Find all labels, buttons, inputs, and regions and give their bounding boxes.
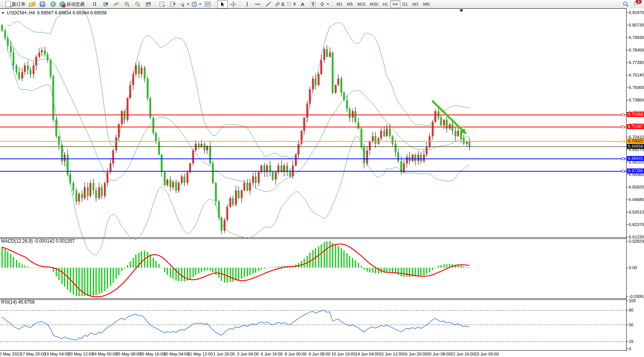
timeframe-w1[interactable]: W1	[410, 0, 421, 8]
cursor-icon	[220, 2, 225, 7]
price-tick: 6.73860	[629, 98, 644, 102]
fibonacci-icon	[287, 2, 292, 7]
tile-windows-icon	[146, 2, 151, 6]
auto-scroll-icon	[159, 2, 165, 7]
price-tick: 6.65820	[629, 185, 644, 189]
bar-chart-icon	[92, 2, 98, 7]
mt4-window: 新订单 自动交易	[0, 0, 644, 357]
hline-price-label[interactable]: 6.70022	[627, 139, 644, 143]
macd-tick: -0.030537	[629, 294, 644, 299]
auto-trading-button[interactable]: 自动交易	[58, 0, 86, 8]
toolbar-grip[interactable]	[332, 1, 333, 7]
timeframe-m5[interactable]: M5	[345, 0, 355, 8]
auto-scroll-button[interactable]	[157, 0, 168, 8]
text-button[interactable]: A	[297, 0, 308, 8]
terminal-button[interactable]	[37, 0, 48, 8]
hline-price-label[interactable]: 6.67285	[627, 168, 644, 173]
price-tick: 6.81870	[629, 10, 644, 15]
toolbar-grip[interactable]	[215, 1, 216, 7]
horizontal-line-icon	[255, 2, 261, 6]
equidistant-channel-icon	[275, 2, 280, 7]
rsi-indicator-label: RSI(14) 45.6758	[1, 299, 34, 305]
timeframe-mn[interactable]: MN	[421, 0, 432, 8]
equidistant-channel-button[interactable]: E	[274, 0, 285, 8]
current-price-label[interactable]: 6.69558	[627, 144, 644, 149]
arrows-button[interactable]	[318, 0, 330, 8]
price-tick: 6.77280	[629, 60, 644, 65]
indicators-button[interactable]	[178, 0, 190, 8]
terminal-icon	[40, 2, 45, 7]
time-label: 23 Jun 00:00	[472, 352, 501, 356]
indicators-icon	[179, 2, 185, 7]
eraser-button[interactable]	[27, 0, 37, 8]
price-tick: 6.80730	[629, 23, 644, 27]
vertical-line-icon	[245, 2, 249, 7]
trendline-button[interactable]	[263, 0, 274, 8]
hline-price-label[interactable]: 6.71347	[627, 124, 644, 129]
chart-shift-button[interactable]	[168, 0, 178, 8]
rsi-tick: 100	[629, 298, 636, 303]
channel-letter: E	[282, 2, 284, 6]
timeframe-m1[interactable]: M1	[334, 0, 345, 8]
text-label-button[interactable]: T	[308, 0, 318, 8]
scroll-to-end-marker[interactable]	[459, 9, 463, 12]
one-click-trading-caret[interactable]	[2, 12, 5, 14]
zoom-in-button[interactable]	[122, 0, 132, 8]
eraser-icon	[29, 2, 35, 7]
toolbar-grip[interactable]	[87, 1, 89, 7]
tile-windows-button[interactable]	[143, 0, 154, 8]
time-axis[interactable]: 16 May 202217 May 20:0019 May 04:0020 Ma…	[0, 351, 644, 357]
chart-area: USDCNH-,H4 6.69567 6.69834 6.69364 6.695…	[0, 8, 644, 357]
new-order-button[interactable]: 新订单	[4, 0, 27, 8]
toolbar: 新订单 自动交易	[0, 0, 644, 9]
line-chart-button[interactable]	[111, 0, 122, 8]
vertical-line-button[interactable]	[242, 0, 252, 8]
price-tick: 6.62370	[629, 222, 644, 227]
chart-title: USDCNH-,H4 6.69567 6.69834 6.69364 6.695…	[2, 10, 107, 16]
macd-indicator-label: MACD(12,26,9) -0.000142 0.001357	[1, 239, 75, 244]
line-chart-icon	[114, 2, 119, 7]
templates-button[interactable]	[202, 0, 213, 8]
search-button[interactable]	[620, 0, 631, 8]
periods-button[interactable]	[190, 0, 202, 8]
timeframe-d1[interactable]: D1	[400, 0, 410, 8]
zoom-out-button[interactable]	[132, 0, 143, 8]
horizontal-line-button[interactable]	[252, 0, 263, 8]
price-chart-canvas[interactable]	[0, 8, 626, 351]
timeframe-m30[interactable]: M30	[368, 0, 380, 8]
toolbar-grip[interactable]	[2, 1, 3, 7]
notifications-button[interactable]: 1	[631, 0, 642, 8]
chat-icon: 1	[633, 1, 639, 8]
candlestick-chart-icon	[103, 2, 109, 7]
text-label-icon: T	[310, 1, 316, 8]
periods-caret	[199, 3, 201, 5]
toolbar-separator	[240, 1, 240, 8]
auto-trading-icon	[60, 2, 65, 7]
crosshair-icon	[230, 2, 236, 7]
signals-icon	[50, 2, 56, 7]
timeframe-h1[interactable]: H1	[380, 0, 390, 8]
hline-price-label[interactable]: 6.72458	[627, 112, 644, 117]
cursor-button[interactable]	[217, 0, 228, 8]
chart-shift-icon	[170, 2, 176, 7]
hline-price-label[interactable]: 6.68431	[627, 156, 644, 161]
price-tick: 6.76140	[629, 73, 644, 77]
candlestick-chart-button[interactable]	[100, 0, 111, 8]
trendline-icon	[266, 2, 271, 7]
fibonacci-button[interactable]: F	[285, 0, 297, 8]
zoom-out-icon	[135, 2, 141, 7]
macd-tick: 0.02829	[629, 239, 644, 243]
macd-tick: 0.00	[629, 265, 637, 270]
price-tick: 6.75000	[629, 85, 644, 90]
text-icon: A	[301, 2, 304, 7]
fibonacci-letter: F	[293, 2, 296, 6]
timeframe-h4[interactable]: H4	[390, 0, 400, 8]
rsi-tick: 80	[629, 308, 633, 312]
rsi-tick: 0	[629, 346, 631, 351]
rsi-tick: 50	[629, 323, 633, 327]
crosshair-button[interactable]	[228, 0, 238, 8]
bar-chart-button[interactable]	[90, 0, 100, 8]
signals-button[interactable]	[48, 0, 58, 8]
price-axis[interactable]: 6.818706.807306.795906.784506.772806.761…	[626, 8, 644, 351]
timeframe-m15[interactable]: M15	[355, 0, 368, 8]
